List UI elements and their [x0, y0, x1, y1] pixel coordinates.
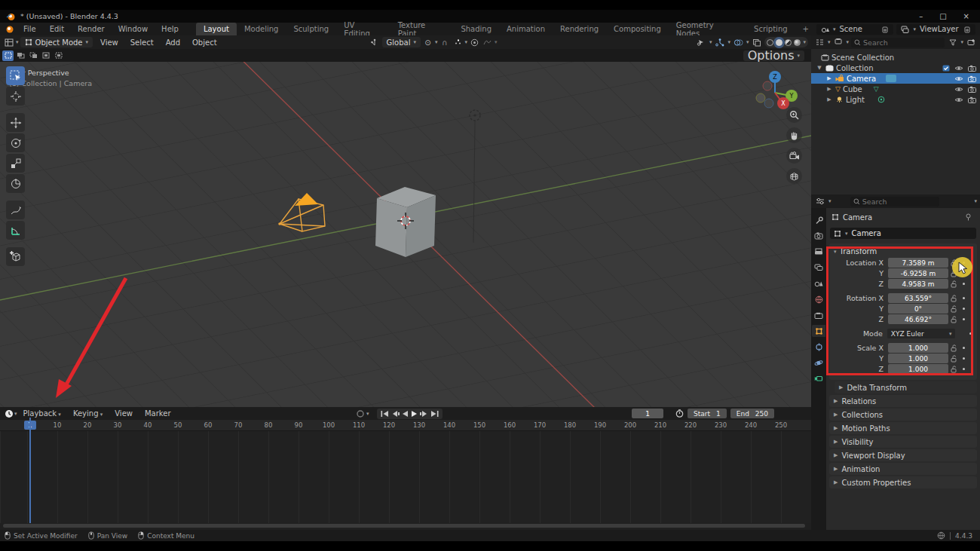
tab-object-data[interactable] [812, 372, 825, 384]
transform-value-field[interactable]: XYZ Euler [887, 329, 956, 338]
select-mode-subtract[interactable] [28, 51, 39, 61]
end-frame-field[interactable]: End 250 [730, 409, 774, 418]
properties-search[interactable] [850, 197, 939, 207]
collapsed-panel[interactable]: ▶ Custom Properties [829, 476, 977, 488]
pin-icon[interactable] [965, 213, 972, 221]
hide-eye-icon[interactable] [954, 86, 963, 93]
workspace-tab[interactable]: Scripting [746, 23, 795, 35]
new-view-layer-icon[interactable] [964, 26, 971, 33]
falloff-icon[interactable] [482, 37, 493, 47]
workspace-tab[interactable]: Modeling [237, 23, 286, 35]
pivot-point-icon[interactable]: ⊙ [422, 37, 433, 47]
animate-dot[interactable] [960, 347, 967, 349]
jump-to-start-icon[interactable] [380, 410, 390, 418]
animate-dot[interactable] [960, 297, 967, 299]
tool-measure[interactable] [6, 221, 25, 240]
timeline-menu[interactable]: Marker [139, 409, 177, 418]
tab-tool[interactable] [812, 214, 825, 226]
viewport-menu[interactable]: Add [160, 38, 186, 47]
options-dropdown[interactable]: Options ▾ [743, 51, 804, 61]
workspace-tab[interactable]: Sculpting [286, 23, 336, 35]
playhead-line[interactable] [29, 418, 31, 523]
snap-target-icon[interactable] [452, 37, 464, 47]
animate-dot[interactable] [966, 332, 974, 335]
gizmo-minus-y[interactable] [763, 81, 772, 90]
workspace-tab[interactable]: UV Editing [336, 23, 390, 35]
lock-icon[interactable] [948, 355, 960, 363]
start-frame-field[interactable]: Start 1 [688, 409, 727, 418]
toggle-perspective-icon[interactable] [786, 168, 802, 184]
gizmo-minus-z[interactable] [764, 99, 773, 108]
topbar-menu[interactable]: Help [155, 23, 185, 35]
editor-type-icon[interactable] [3, 37, 14, 47]
transform-value-field[interactable]: 1.000 [888, 364, 948, 374]
next-keyframe-icon[interactable] [419, 410, 429, 418]
transform-value-field[interactable]: 4.9583 m [888, 279, 948, 289]
tab-object[interactable] [812, 325, 825, 337]
timeline-menu[interactable]: Playback ▾ [17, 409, 67, 418]
selectability-visibility-icon[interactable] [696, 37, 707, 47]
new-scene-icon[interactable] [882, 26, 889, 33]
outliner-row-light[interactable]: ▶ Light [811, 94, 980, 105]
object-name-field[interactable]: ▾ Camera [830, 228, 976, 239]
workspace-tab[interactable]: Texture Paint [390, 23, 454, 35]
properties-search-input[interactable] [862, 197, 936, 206]
tool-select-box[interactable] [6, 66, 25, 85]
new-collection-icon[interactable] [966, 37, 977, 47]
chevron-right-icon[interactable]: ▶ [825, 75, 833, 81]
mesh-data-icon[interactable]: ▽ [874, 85, 879, 93]
disable-render-icon[interactable] [968, 86, 976, 93]
animate-dot[interactable] [960, 357, 967, 360]
timeline-ruler[interactable]: 1020304050607080901001101201301401501601… [0, 420, 811, 431]
view-layer-selector[interactable]: ▾ ViewLayer [896, 24, 975, 35]
collapsed-panel[interactable]: ▶ Relations [829, 395, 977, 407]
tool-scale[interactable] [6, 154, 25, 173]
transform-value-field[interactable]: 1.000 [888, 354, 948, 363]
tab-physics[interactable] [812, 357, 825, 369]
close-button[interactable]: × [963, 12, 969, 20]
transform-value-field[interactable]: 63.559° [888, 293, 948, 303]
tab-collection[interactable] [812, 309, 825, 321]
checkbox-icon[interactable] [942, 65, 950, 72]
topbar-menu[interactable]: Edit [43, 23, 71, 35]
viewport-menu[interactable]: Object [186, 38, 223, 47]
outliner-row-scene-collection[interactable]: Scene Collection [811, 52, 980, 63]
tab-output[interactable] [812, 246, 825, 258]
workspace-tab[interactable]: Animation [499, 23, 553, 35]
transform-value-field[interactable]: 7.3589 m [888, 258, 948, 268]
camera-data-icon[interactable] [886, 75, 896, 82]
lock-icon[interactable] [948, 280, 960, 288]
timeline-tracks[interactable] [0, 431, 811, 523]
light-object[interactable] [470, 110, 480, 243]
animate-dot[interactable] [960, 308, 967, 310]
transform-value-field[interactable]: 1.000 [888, 343, 948, 353]
tool-annotate[interactable] [6, 201, 25, 219]
outliner-editor-type-icon[interactable] [814, 37, 825, 47]
select-mode-extend[interactable] [15, 51, 26, 61]
viewport-menu[interactable]: View [94, 38, 124, 47]
network-icon[interactable] [937, 531, 945, 540]
timeline-editor-type-icon[interactable] [3, 409, 14, 419]
workspace-tab[interactable]: Compositing [606, 23, 669, 35]
disable-render-icon[interactable] [968, 75, 976, 82]
outliner-search[interactable] [851, 38, 945, 47]
filter-icon[interactable] [947, 37, 958, 47]
viewport-canvas[interactable]: User Perspective (1) Collection | Camera… [0, 62, 811, 407]
outliner-display-mode-icon[interactable] [833, 37, 844, 47]
prev-keyframe-icon[interactable] [390, 410, 400, 418]
zoom-icon[interactable] [786, 107, 802, 123]
tab-constraints[interactable] [812, 341, 825, 353]
collapsed-panel[interactable]: ▶ Collections [829, 409, 977, 421]
transform-value-field[interactable]: -6.9258 m [888, 268, 948, 278]
animate-dot[interactable] [960, 368, 967, 370]
scene-selector[interactable]: ▾ Scene [816, 24, 894, 35]
timeline-scrollbar[interactable] [3, 524, 805, 528]
select-mode-invert[interactable] [41, 51, 52, 61]
collapsed-panel[interactable]: ▶ Visibility [829, 436, 977, 448]
minimize-button[interactable]: – [919, 12, 923, 20]
animate-dot[interactable] [960, 318, 967, 320]
chevron-down-icon[interactable]: ▼ [816, 65, 823, 71]
collapse-menu-icon[interactable]: ▾ [974, 198, 977, 204]
chevron-right-icon[interactable]: ▶ [825, 86, 833, 92]
light-data-icon[interactable] [877, 96, 885, 103]
